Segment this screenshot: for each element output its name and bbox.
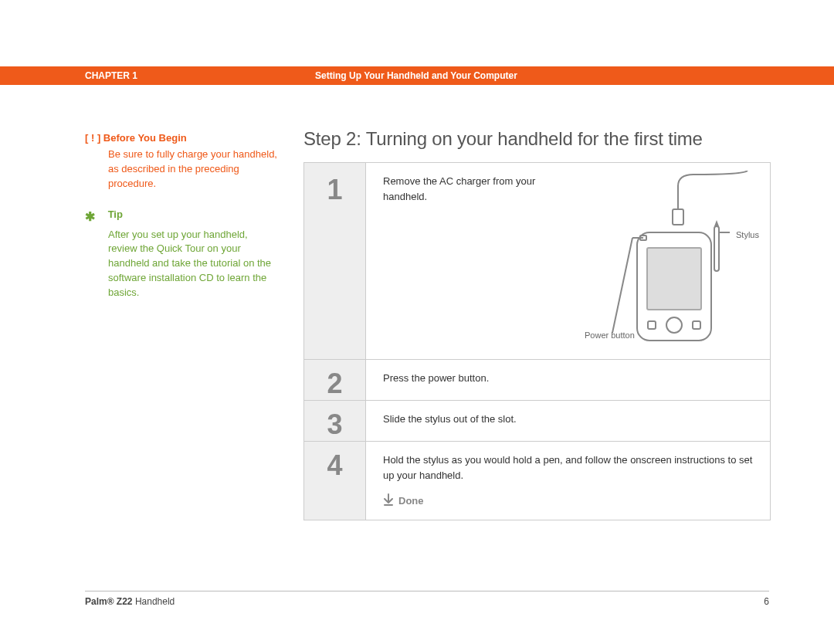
sidebar: [ ! ] Before You Begin Be sure to fully … — [85, 131, 278, 300]
step-text: Slide the stylus out of the slot. — [366, 401, 770, 441]
section-title: Setting Up Your Handheld and Your Comput… — [315, 70, 517, 81]
svg-rect-0 — [673, 209, 683, 225]
done-label: Done — [398, 493, 424, 509]
table-row: 3 Slide the stylus out of the slot. — [304, 401, 770, 442]
page-number: 6 — [764, 596, 769, 607]
step-text: Remove the AC charger from your handheld… — [383, 174, 537, 204]
down-arrow-icon — [383, 493, 394, 508]
step-number: 3 — [304, 401, 366, 441]
table-row: 4 Hold the stylus as you would hold a pe… — [304, 442, 770, 520]
product-name: Palm® Z22 Handheld — [85, 596, 175, 607]
product-name-bold: Palm® Z22 — [85, 596, 133, 607]
page-footer: Palm® Z22 Handheld 6 — [85, 591, 769, 607]
step-number: 2 — [304, 360, 366, 400]
handheld-svg-icon — [605, 171, 759, 348]
before-title: Before You Begin — [103, 132, 187, 144]
product-name-rest: Handheld — [133, 596, 175, 607]
header-bar: CHAPTER 1 Setting Up Your Handheld and Y… — [0, 66, 834, 85]
tip-body: After you set up your handheld, review t… — [108, 228, 278, 300]
done-indicator: Done — [383, 493, 756, 509]
page-title: Step 2: Turning on your handheld for the… — [303, 128, 771, 150]
chapter-label: CHAPTER 1 — [85, 70, 137, 81]
tip-block: ✱ Tip After you set up your handheld, re… — [85, 208, 278, 300]
svg-rect-2 — [647, 248, 701, 310]
step-text: Press the power button. — [366, 360, 770, 400]
step-number: 1 — [304, 163, 366, 359]
asterisk-icon: ✱ — [85, 208, 105, 225]
svg-marker-10 — [714, 220, 719, 226]
svg-rect-9 — [714, 226, 719, 271]
power-button-label: Power button — [585, 329, 635, 342]
alert-marker-icon: [ ! ] — [85, 132, 100, 144]
tip-title: Tip — [108, 208, 123, 220]
main-content: Step 2: Turning on your handheld for the… — [303, 128, 771, 520]
handheld-illustration: Stylus Power button — [605, 171, 759, 348]
step-body: Hold the stylus as you would hold a pen,… — [366, 442, 770, 520]
before-body: Be sure to fully charge your handheld, a… — [108, 147, 278, 192]
svg-line-8 — [612, 238, 632, 333]
stylus-label: Stylus — [736, 229, 759, 242]
before-you-begin-block: [ ! ] Before You Begin Be sure to fully … — [85, 131, 278, 191]
steps-table: 1 Remove the AC charger from your handhe… — [303, 162, 771, 520]
step-body: Remove the AC charger from your handheld… — [366, 163, 770, 359]
table-row: 1 Remove the AC charger from your handhe… — [304, 163, 770, 360]
step-number: 4 — [304, 442, 366, 520]
step-text: Hold the stylus as you would hold a pen,… — [383, 452, 756, 483]
table-row: 2 Press the power button. — [304, 360, 770, 401]
